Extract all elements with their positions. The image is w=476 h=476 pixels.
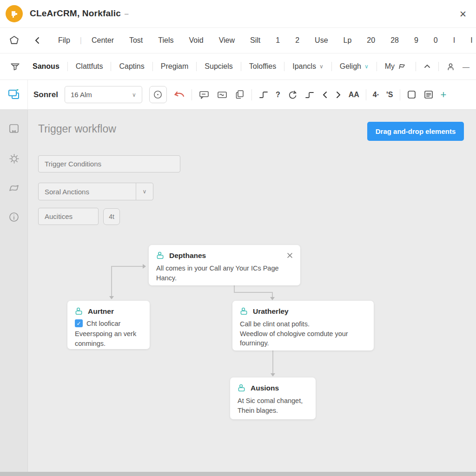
field-action-button[interactable]: 4t	[103, 208, 120, 225]
collapse-chevron-up-icon[interactable]	[423, 63, 431, 70]
field-label: Aucitices	[45, 212, 73, 220]
tab-geligh[interactable]: Geligh∨	[332, 62, 377, 71]
menu-item[interactable]: 20	[367, 36, 375, 45]
menu-item[interactable]: Lp	[344, 36, 352, 45]
font-icon[interactable]: AA	[349, 91, 359, 99]
connector-line	[111, 266, 112, 297]
connector-arrow	[143, 264, 146, 269]
closed-caption-icon[interactable]	[217, 90, 228, 100]
tab-captins[interactable]: Captins	[111, 62, 152, 71]
tab-label: My	[385, 62, 395, 71]
target-button[interactable]	[149, 86, 167, 103]
chevron-down-icon[interactable]: ∨	[136, 183, 153, 200]
style-icon[interactable]: 'S	[386, 91, 393, 99]
checkbox-checked[interactable]: ✓	[75, 319, 83, 327]
bottom-edge-strip	[0, 472, 476, 476]
connector-arrow	[270, 297, 275, 300]
app-title: CLeArCRM, Norkfalic	[30, 8, 121, 19]
notes-icon[interactable]	[423, 90, 434, 99]
menu-item[interactable]: Void	[189, 36, 204, 45]
help-icon[interactable]: ?	[276, 91, 280, 99]
node-title: Aurtner	[88, 307, 114, 316]
checkbox-label: Cht looficar	[86, 320, 120, 327]
node-aurtner[interactable]: Aurtner ✓ Cht looficar Eveerspoing an ve…	[67, 301, 150, 349]
flag-banner-icon[interactable]	[0, 182, 28, 193]
tab-pregiam[interactable]: Pregiam	[153, 62, 197, 71]
node-depthanes[interactable]: Depthanes All comes in your Call any You…	[149, 245, 300, 285]
node-body-line: Weedlow of chologive comdute your	[240, 329, 366, 339]
layers-icon[interactable]	[7, 87, 21, 102]
menu-item[interactable]: 0	[434, 36, 438, 45]
chevron-down-icon: ∨	[364, 63, 369, 70]
trigger-conditions-field[interactable]: Trigger Conditions	[38, 155, 180, 172]
settings-gear-icon[interactable]	[0, 152, 28, 165]
copy-document-icon[interactable]	[235, 89, 245, 100]
home-icon[interactable]	[8, 35, 20, 46]
tab-supciels[interactable]: Supciels	[197, 62, 240, 71]
tab-label: Supciels	[205, 62, 232, 71]
toolbar-divider	[400, 89, 400, 100]
zoom-select[interactable]: 16 Alm ∨	[65, 86, 142, 103]
node-body-line: conmings.	[75, 339, 142, 349]
tab-sanous[interactable]: Sanous	[25, 62, 67, 71]
info-icon[interactable]	[0, 211, 28, 223]
minimize-icon[interactable]: —	[463, 63, 469, 71]
size-icon[interactable]: 4·	[373, 91, 379, 99]
menu-item[interactable]: Filp	[58, 36, 70, 45]
actions-dropdown[interactable]: Soral Anctions ∨	[38, 183, 153, 200]
toolbar-divider	[366, 89, 366, 100]
menu-item[interactable]: 28	[390, 36, 399, 45]
menu-item[interactable]: 1	[276, 36, 280, 45]
close-icon[interactable]: ✕	[456, 7, 469, 20]
menu-item[interactable]: Silt	[250, 36, 260, 45]
flag-icon	[398, 63, 406, 70]
toolbar-divider	[251, 89, 252, 100]
menu-item[interactable]: Center	[92, 36, 114, 45]
drag-drop-elements-button[interactable]: Drag and-drop elements	[367, 122, 464, 141]
curve-connector-icon[interactable]	[304, 91, 315, 99]
redo-rotate-icon[interactable]	[287, 90, 298, 100]
chevron-right-icon[interactable]	[335, 91, 342, 99]
lock-icon	[238, 383, 246, 392]
workflow-canvas[interactable]: Trigger workflow Drag and-drop elements …	[28, 110, 476, 476]
node-close-icon[interactable]	[287, 252, 293, 258]
title-bar: CLeArCRM, Norkfalic – ✕	[0, 0, 476, 28]
aucitices-field[interactable]: Aucitices	[38, 208, 99, 225]
tab-label: Ipancls	[292, 62, 316, 71]
menu-item[interactable]: I	[453, 36, 455, 45]
chevron-down-icon: ∨	[132, 92, 136, 98]
comment-icon[interactable]	[198, 90, 210, 100]
tabsbar-right-group: —	[416, 62, 469, 71]
menu-item[interactable]: Tost	[129, 36, 143, 45]
panel-toggle-cell	[0, 80, 28, 110]
add-icon[interactable]: +	[441, 89, 447, 101]
chevron-left-icon[interactable]	[322, 91, 328, 99]
tab-my[interactable]: My	[377, 62, 414, 71]
back-chevron-icon[interactable]	[34, 37, 41, 44]
undo-icon[interactable]	[173, 90, 185, 99]
bookmark-card-icon[interactable]	[0, 123, 28, 135]
user-icon[interactable]	[446, 62, 455, 71]
size-group: 4· 'S	[373, 91, 393, 99]
node-uratherley[interactable]: Uratherley Call be clint onat pofits. We…	[232, 301, 374, 350]
tab-clattfuts[interactable]: Clattfuts	[68, 62, 111, 71]
dropdown-value: Soral Anctions	[45, 188, 89, 196]
tab-label: Captins	[119, 62, 144, 71]
menu-item[interactable]: Tiels	[158, 36, 173, 45]
tab-ipancls[interactable]: Ipancls∨	[284, 62, 331, 71]
chevron-glyph: ∨	[143, 188, 147, 195]
menu-item[interactable]: 9	[414, 36, 418, 45]
menu-item[interactable]: Use	[315, 36, 328, 45]
menu-item[interactable]: 2	[295, 36, 299, 45]
node-title: Depthanes	[169, 251, 206, 260]
format-bar: Sonrel 16 Alm ∨ ?	[0, 80, 476, 110]
node-body-line: Thein blages.	[238, 406, 308, 416]
field-label: Trigger Conditions	[45, 160, 101, 168]
step-connector-icon[interactable]	[258, 90, 269, 99]
node-ausions[interactable]: Ausions At Sic comal changet, Thein blag…	[230, 377, 316, 419]
filter-funnel-icon[interactable]	[9, 61, 21, 73]
menu-item[interactable]: I	[470, 36, 472, 45]
tab-toloffies[interactable]: Toloffies	[241, 62, 284, 71]
shape-square-icon[interactable]	[407, 90, 416, 99]
menu-item[interactable]: View	[219, 36, 235, 45]
